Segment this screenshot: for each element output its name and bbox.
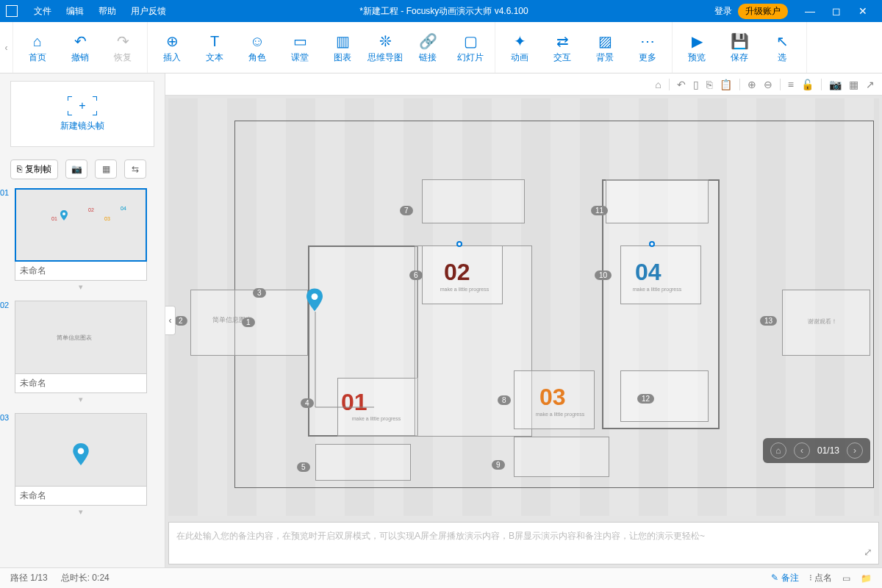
text-icon: T xyxy=(210,31,219,51)
statusbar: 路径 1/13 总时长: 0:24 ✎ 备注 ⁝ 点名 ▭ 📁 xyxy=(0,567,882,588)
remark-link[interactable]: ✎ 备注 xyxy=(771,572,798,584)
undo-button[interactable]: ↶撤销 xyxy=(59,26,101,70)
redo-icon: ↷ xyxy=(117,31,129,51)
interact-button[interactable]: ⇄交互 xyxy=(541,26,584,70)
pin-icon[interactable] xyxy=(306,288,323,312)
menu-help[interactable]: 帮助 xyxy=(91,5,123,18)
badge-1: 1 xyxy=(242,318,255,327)
role-button[interactable]: ☺角色 xyxy=(236,26,279,70)
close-button[interactable]: ✕ xyxy=(850,5,876,17)
badge-7: 7 xyxy=(400,206,413,215)
plus-circle-icon: ⊕ xyxy=(166,31,179,51)
copy-frame-button[interactable]: ⎘复制帧 xyxy=(10,159,58,179)
folder-icon[interactable]: 📁 xyxy=(861,573,872,584)
save-button[interactable]: 💾保存 xyxy=(718,26,761,70)
chart-button[interactable]: ▥图表 xyxy=(321,26,364,70)
play-icon: ▶ xyxy=(692,31,703,51)
camera-button[interactable]: 📷 xyxy=(65,159,87,179)
qr-button[interactable]: ▦ xyxy=(95,159,117,179)
canvas[interactable]: 简单信息图表 2 1 01 make a little progress 3 4… xyxy=(168,98,879,516)
zoom-in-icon[interactable]: ⊕ xyxy=(747,79,756,90)
preview-button[interactable]: ▶预览 xyxy=(675,26,718,70)
anim-button[interactable]: ✦动画 xyxy=(498,26,541,70)
upgrade-button[interactable]: 升级账户 xyxy=(738,4,788,19)
notes-panel[interactable]: 在此处输入您的备注内容，在预览时开启双屏模式，可以实现A屏全屏播放演示内容，B屏… xyxy=(168,522,879,564)
duration-status: 总时长: 0:24 xyxy=(61,572,110,584)
slide-number: 01 xyxy=(0,188,9,197)
more-button[interactable]: ⋯更多 xyxy=(626,26,669,70)
class-button[interactable]: ▭课堂 xyxy=(279,26,321,70)
camera-icon[interactable]: 📷 xyxy=(829,79,842,90)
canvas-toolbar: ⌂ ↶ ▯ ⎘ 📋 ⊕ ⊖ ≡ 🔓 📷 ▦ ↗ xyxy=(165,74,882,96)
home-button[interactable]: ⌂首页 xyxy=(16,26,59,70)
rotate-left-icon[interactable]: ↶ xyxy=(677,79,686,90)
menu-feedback[interactable]: 用户反馈 xyxy=(123,5,173,18)
zoom-out-icon[interactable]: ⊖ xyxy=(764,79,772,90)
book-icon: ▭ xyxy=(293,31,307,51)
svg-point-0 xyxy=(62,212,65,215)
toolbar-collapse-left[interactable]: ‹ xyxy=(0,22,13,73)
lock-icon[interactable]: 🔓 xyxy=(801,79,814,90)
grid-icon[interactable]: ▦ xyxy=(849,79,858,90)
cursor-icon: ↖ xyxy=(776,31,789,51)
window-title: *新建工程 - Focusky动画演示大师 v4.6.100 xyxy=(173,5,714,18)
maximize-button[interactable]: ◻ xyxy=(823,5,850,17)
svg-point-1 xyxy=(78,448,85,454)
camera-icon: 📷 xyxy=(71,164,82,174)
text-button[interactable]: T文本 xyxy=(193,26,236,70)
align-icon[interactable]: ≡ xyxy=(788,79,794,90)
anchor-dot[interactable] xyxy=(649,241,655,247)
login-link[interactable]: 登录 xyxy=(714,5,732,18)
swap-icon: ⇆ xyxy=(132,164,139,174)
select-button[interactable]: ↖选 xyxy=(761,26,803,70)
home-icon: ⌂ xyxy=(33,31,42,51)
redo-button[interactable]: ↷恢复 xyxy=(101,26,144,70)
nav-next-button[interactable]: › xyxy=(847,442,863,459)
portrait-icon[interactable]: ▯ xyxy=(693,79,699,90)
bg-button[interactable]: ▨背景 xyxy=(584,26,626,70)
mindmap-icon: ❊ xyxy=(379,31,392,51)
main-toolbar: ‹ ⌂首页 ↶撤销 ↷恢复 ⊕插入 T文本 ☺角色 ▭课堂 ▥图表 ❊思维导图 … xyxy=(0,22,882,74)
menu-file[interactable]: 文件 xyxy=(26,5,59,18)
paste-icon[interactable]: 📋 xyxy=(720,79,732,90)
badge-13: 13 xyxy=(760,316,777,326)
slide-thumb-3[interactable] xyxy=(15,413,147,487)
copy-icon[interactable]: ⎘ xyxy=(706,79,712,90)
clock-icon: ▾ xyxy=(15,395,147,404)
slide-number: 03 xyxy=(0,413,9,422)
path-status: 路径 1/13 xyxy=(10,572,48,584)
mindmap-button[interactable]: ❊思维导图 xyxy=(364,26,406,70)
undo-icon: ↶ xyxy=(74,31,87,51)
slide-label[interactable]: 未命名 xyxy=(15,374,147,393)
minimize-button[interactable]: — xyxy=(797,5,823,17)
nav-home-button[interactable]: ⌂ xyxy=(770,442,786,459)
nav-overlay: ⌂ ‹ 01/13 › xyxy=(763,438,870,463)
swap-button[interactable]: ⇆ xyxy=(124,159,146,179)
frame-action-bar: ⎘复制帧 📷 ▦ ⇆ xyxy=(0,154,165,184)
slide-label[interactable]: 未命名 xyxy=(15,262,147,281)
insert-button[interactable]: ⊕插入 xyxy=(151,26,193,70)
slide-label[interactable]: 未命名 xyxy=(15,487,147,506)
home-icon[interactable]: ⌂ xyxy=(655,79,661,90)
badge-8: 8 xyxy=(498,395,511,405)
nav-prev-button[interactable]: ‹ xyxy=(794,442,810,459)
menu-edit[interactable]: 编辑 xyxy=(59,5,91,18)
badge-10: 10 xyxy=(595,270,612,280)
plus-icon: + xyxy=(79,99,85,112)
subtitle: make a little progress xyxy=(624,287,690,292)
new-frame-button[interactable]: + 新建镜头帧 xyxy=(10,81,154,147)
link-button[interactable]: 🔗链接 xyxy=(406,26,449,70)
badge-9: 9 xyxy=(492,460,505,470)
clock-icon: ▾ xyxy=(15,507,147,517)
slide-thumb-1[interactable]: 01 02 03 04 xyxy=(15,188,147,262)
slide-thumb-2[interactable]: 简单信息图表 xyxy=(15,301,147,374)
arrow-icon[interactable]: ↗ xyxy=(866,79,875,90)
anchor-dot[interactable] xyxy=(456,241,462,247)
subtitle: make a little progress xyxy=(431,287,498,292)
expand-icon[interactable]: ⤢ xyxy=(864,546,872,558)
sidebar-collapse[interactable]: ‹ xyxy=(165,306,176,335)
save-icon: 💾 xyxy=(731,31,749,51)
dots-link[interactable]: ⁝ 点名 xyxy=(809,572,832,584)
layout-icon[interactable]: ▭ xyxy=(842,573,850,584)
slide-button[interactable]: ▢幻灯片 xyxy=(449,26,492,70)
